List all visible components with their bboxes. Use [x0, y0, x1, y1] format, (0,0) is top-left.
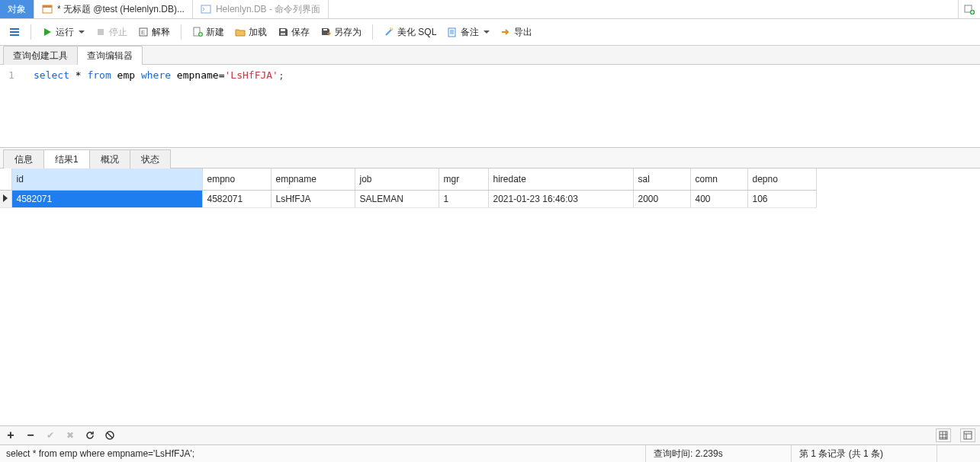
grid-icon — [938, 430, 949, 441]
col-sal[interactable]: sal — [633, 168, 690, 191]
kw-from: from — [87, 69, 111, 81]
separator — [181, 24, 182, 40]
status-sql-text: select * from emp where empname='LsHfFJA… — [6, 448, 194, 459]
run-label: 运行 — [56, 26, 74, 39]
stop-icon — [95, 27, 106, 37]
col-empname-label: empname — [276, 174, 316, 184]
cell-mgr[interactable]: 1 — [439, 191, 488, 208]
cell-comn[interactable]: 400 — [690, 191, 747, 208]
save-icon — [278, 27, 288, 37]
refresh-button[interactable] — [84, 429, 96, 441]
explain-button[interactable]: E 解释 — [133, 24, 175, 41]
sql-col: empname= — [171, 69, 224, 81]
save-label: 保存 — [291, 26, 310, 39]
delete-row-button[interactable]: − — [24, 429, 37, 441]
export-icon — [500, 27, 511, 37]
menu-button[interactable] — [5, 24, 24, 40]
row-indicator[interactable] — [0, 191, 11, 208]
col-depno[interactable]: depno — [747, 168, 816, 191]
col-job[interactable]: job — [355, 168, 439, 191]
svg-rect-2 — [201, 5, 210, 13]
beautify-button[interactable]: 美化 SQL — [379, 24, 441, 41]
new-tab-button[interactable] — [958, 0, 980, 18]
run-button[interactable]: 运行 — [37, 24, 89, 41]
add-row-button[interactable]: + — [5, 429, 17, 441]
cell-empno-val: 4582071 — [207, 194, 243, 204]
export-button[interactable]: 导出 — [496, 24, 537, 41]
grid-view-button[interactable] — [936, 428, 951, 442]
load-label: 加载 — [249, 26, 267, 39]
cell-empname[interactable]: LsHfFJA — [271, 191, 355, 208]
sql-semi: ; — [278, 69, 284, 81]
tab-status[interactable]: 状态 — [130, 149, 171, 168]
kw-select: select — [34, 69, 69, 81]
col-empname[interactable]: empname — [271, 168, 355, 191]
col-id[interactable]: id — [11, 168, 202, 191]
check-icon: ✔ — [47, 430, 54, 441]
tab-query-builder-label: 查询创建工具 — [13, 50, 68, 61]
editor-code[interactable]: select * from emp where empname='LsHfFJA… — [34, 68, 980, 83]
x-icon: ✖ — [66, 430, 74, 441]
tab-status-label: 状态 — [141, 154, 159, 165]
stop-label: 停止 — [109, 26, 127, 39]
tab-result1[interactable]: 结果1 — [43, 149, 90, 168]
kw-where: where — [141, 69, 171, 81]
tab-query-builder[interactable]: 查询创建工具 — [3, 46, 78, 65]
stop-fetch-button[interactable] — [104, 429, 116, 441]
svg-rect-11 — [281, 33, 285, 35]
refresh-icon — [85, 430, 95, 441]
col-hiredate[interactable]: hiredate — [488, 168, 633, 191]
notes-button[interactable]: 备注 — [442, 24, 494, 41]
col-sal-label: sal — [638, 174, 650, 184]
result-grid[interactable]: id empno empname job mgr hiredate sal co… — [0, 168, 817, 208]
saveas-icon — [320, 27, 331, 37]
plus-icon: + — [7, 428, 14, 442]
wand-icon — [384, 27, 394, 37]
table-row[interactable]: 4582071 4582071 LsHfFJA SALEMAN 1 2021-0… — [0, 191, 816, 208]
editor-gutter: 1 — [0, 68, 23, 83]
tab-result1-label: 结果1 — [55, 154, 79, 165]
col-mgr[interactable]: mgr — [439, 168, 488, 191]
tab-info[interactable]: 信息 — [3, 149, 44, 168]
grid-footer-bar: + − ✔ ✖ — [0, 425, 980, 444]
saveas-button[interactable]: 另存为 — [316, 24, 366, 41]
cell-hiredate[interactable]: 2021-01-23 16:46:03 — [488, 191, 633, 208]
main-tabstrip: 对象 * 无标题 @test (Helenlyn.DB)... Helenlyn… — [0, 0, 980, 19]
query-tab-icon — [42, 4, 53, 14]
cell-empno[interactable]: 4582071 — [202, 191, 271, 208]
separator — [372, 24, 373, 40]
tab-query-editor[interactable]: 查询编辑器 — [77, 46, 143, 65]
col-mgr-label: mgr — [444, 174, 460, 184]
tab-profile[interactable]: 概况 — [89, 149, 130, 168]
result-grid-wrap[interactable]: id empno empname job mgr hiredate sal co… — [0, 168, 980, 425]
save-button[interactable]: 保存 — [273, 24, 314, 41]
cell-job[interactable]: SALEMAN — [355, 191, 439, 208]
new-button[interactable]: 新建 — [188, 24, 229, 41]
form-view-button[interactable] — [960, 428, 975, 442]
svg-rect-10 — [281, 29, 285, 31]
hamburger-icon — [9, 27, 20, 37]
tab-cmdline[interactable]: Helenlyn.DB - 命令列界面 — [193, 0, 329, 18]
sql-editor[interactable]: 1 select * from emp where empname='LsHfF… — [0, 65, 980, 147]
col-job-label: job — [360, 174, 372, 184]
status-record-count: 第 1 条记录 (共 1 条) — [791, 445, 937, 462]
col-empno[interactable]: empno — [202, 168, 271, 191]
cell-comn-val: 400 — [696, 194, 711, 204]
cell-depno[interactable]: 106 — [747, 191, 816, 208]
chevron-down-icon — [79, 30, 85, 34]
notes-label: 备注 — [461, 26, 479, 39]
col-comn[interactable]: comn — [690, 168, 747, 191]
status-sql: select * from emp where empname='LsHfFJA… — [6, 445, 645, 462]
form-icon — [962, 430, 973, 441]
cell-id[interactable]: 4582071 — [11, 191, 202, 208]
tab-info-label: 信息 — [14, 154, 33, 165]
tab-objects[interactable]: 对象 — [0, 0, 34, 18]
new-tab-icon — [964, 4, 975, 14]
tab-untitled-query[interactable]: * 无标题 @test (Helenlyn.DB)... — [34, 0, 193, 18]
main-toolbar: 运行 停止 E 解释 新建 加载 保存 另存为 美化 SQL 备注 导出 — [0, 19, 980, 46]
cell-sal[interactable]: 2000 — [633, 191, 690, 208]
col-comn-label: comn — [696, 174, 718, 184]
load-button[interactable]: 加载 — [230, 24, 272, 41]
cell-empname-val: LsHfFJA — [276, 194, 311, 204]
svg-rect-5 — [98, 29, 104, 35]
